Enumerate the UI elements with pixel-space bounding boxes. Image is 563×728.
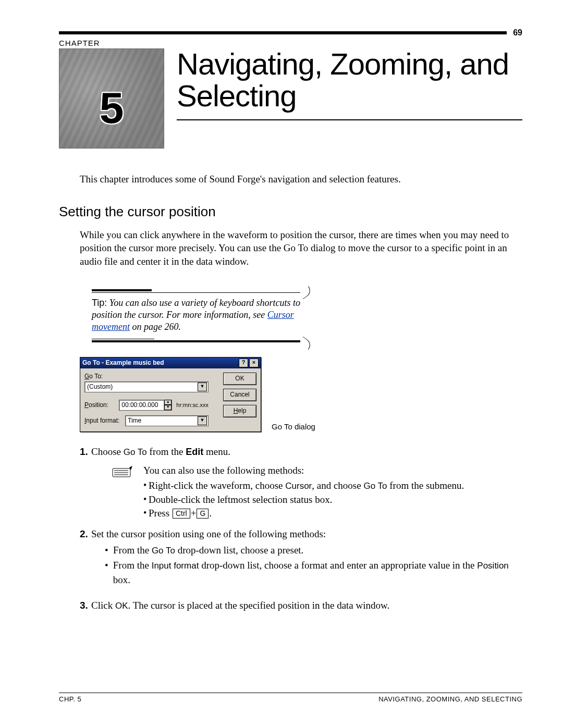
section-paragraph: While you can click anywhere in the wave…	[80, 228, 522, 268]
dropdown-icon: ▼	[198, 416, 207, 425]
dialog-figure: Go To - Example music bed ? × Go To: (Cu…	[80, 357, 522, 432]
dropdown-icon: ▼	[198, 382, 207, 391]
titlebar-help-button[interactable]: ?	[239, 359, 248, 367]
chapter-image: 5	[59, 48, 164, 149]
tip-callout: Tip: You can also use a variety of keybo…	[88, 284, 304, 348]
format-label: Input format:	[84, 417, 125, 424]
goto-value: (Custom)	[87, 383, 113, 390]
footer-left: CHP. 5	[59, 695, 81, 703]
steps-list: 1. Choose Go To from the Edit menu. You …	[80, 445, 522, 613]
titlebar-close-button[interactable]: ×	[249, 359, 259, 367]
page-footer: CHP. 5 NAVIGATING, ZOOMING, AND SELECTIN…	[59, 693, 522, 703]
format-select[interactable]: Time ▼	[125, 415, 209, 426]
dialog-titlebar[interactable]: Go To - Example music bed ? ×	[80, 357, 261, 368]
help-button[interactable]: Help	[223, 405, 256, 417]
keyboard-icon	[112, 466, 133, 479]
step-1-note: You can also use the following methods: …	[112, 464, 522, 520]
ok-button[interactable]: OK	[223, 373, 256, 385]
position-input[interactable]: 00:00:00.000 ▲▼	[119, 400, 172, 411]
position-unit: hr:mn:sc.xxx	[176, 402, 209, 408]
note-intro: You can also use the following methods:	[143, 464, 464, 478]
position-label: Position:	[84, 401, 119, 409]
footer-right: NAVIGATING, ZOOMING, AND SELECTING	[378, 695, 522, 703]
cancel-button[interactable]: Cancel	[223, 389, 256, 401]
chapter-title: Navigating, Zooming, and Selecting	[177, 48, 522, 112]
chapter-label: CHAPTER	[59, 39, 522, 47]
step-2: 2. Set the cursor position using one of …	[80, 527, 522, 593]
chapter-header: 5 Navigating, Zooming, and Selecting	[59, 48, 522, 149]
goto-label: Go To:	[84, 373, 103, 380]
keycap-g: G	[197, 509, 209, 519]
page-number: 69	[511, 28, 522, 38]
step-3: 3. Click OK. The cursor is placed at the…	[80, 598, 522, 613]
section-heading: Setting the cursor position	[59, 204, 522, 220]
tip-label: Tip:	[92, 298, 107, 308]
chapter-number: 5	[59, 83, 164, 133]
spinner-arrows[interactable]: ▲▼	[164, 400, 172, 410]
tip-tail: on page 260.	[130, 322, 181, 332]
intro-paragraph: This chapter introduces some of Sound Fo…	[80, 172, 522, 186]
top-rule: 69	[59, 31, 522, 36]
step-1: 1. Choose Go To from the Edit menu.	[80, 445, 522, 459]
dialog-caption: Go To dialog	[272, 422, 315, 432]
position-value: 00:00:00.000	[121, 401, 158, 409]
goto-dialog: Go To - Example music bed ? × Go To: (Cu…	[80, 357, 261, 432]
format-value: Time	[128, 417, 141, 424]
dialog-title: Go To - Example music bed	[82, 359, 238, 366]
page: 69 CHAPTER 5 Navigating, Zooming, and Se…	[0, 0, 563, 728]
keycap-ctrl: Ctrl	[173, 509, 190, 519]
goto-select[interactable]: (Custom) ▼	[84, 381, 209, 392]
